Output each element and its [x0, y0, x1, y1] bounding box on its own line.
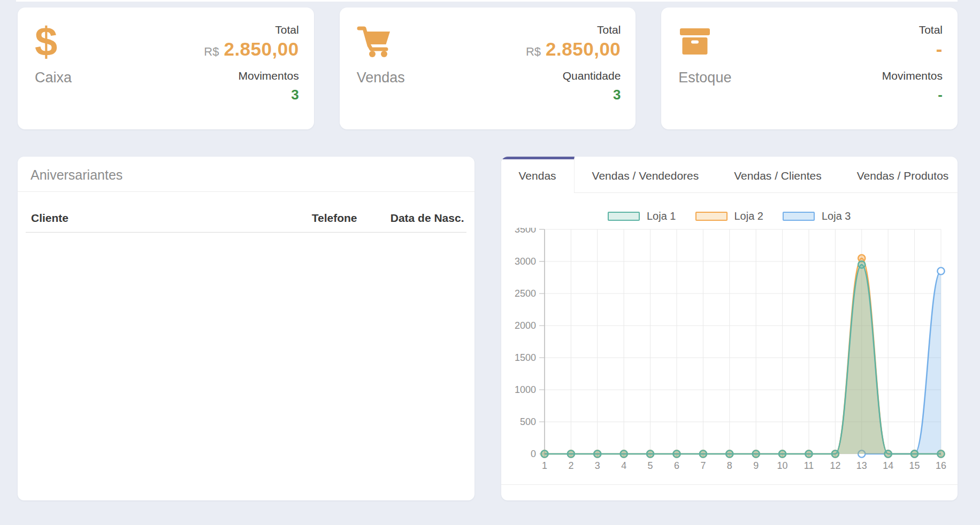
col-cliente: Cliente — [31, 212, 277, 225]
stat-movements-label: Movimentos — [238, 70, 298, 82]
svg-text:0: 0 — [530, 449, 535, 459]
svg-text:11: 11 — [803, 460, 814, 471]
sales-tabs: Vendas Vendas / Vendedores Vendas / Clie… — [501, 157, 958, 193]
stat-quantity-value: 3 — [613, 87, 621, 103]
svg-text:500: 500 — [519, 416, 535, 427]
dollar-icon: $ — [35, 20, 72, 63]
sales-panel-footer — [501, 484, 958, 500]
legend-swatch-loja3 — [783, 212, 815, 221]
stat-total-value: 2.850,00 — [224, 38, 298, 60]
stat-movements-label: Movimentos — [882, 70, 943, 82]
tab-vendas-vendedores[interactable]: Vendas / Vendedores — [575, 157, 717, 192]
svg-text:4: 4 — [621, 460, 626, 471]
estoque-card-stats: Total - Movimentos - — [882, 20, 943, 117]
caixa-card: $ Caixa Total R$ 2.850,00 Movimentos 3 — [18, 7, 314, 129]
currency-prefix: R$ — [204, 45, 219, 59]
svg-text:3500: 3500 — [514, 228, 535, 235]
svg-text:14: 14 — [883, 460, 893, 471]
estoque-card-left: Estoque — [676, 20, 731, 117]
main-row: Aniversariantes Cliente Telefone Data de… — [18, 157, 958, 500]
legend-label: Loja 1 — [647, 210, 676, 222]
card-title: Caixa — [35, 70, 72, 86]
svg-text:9: 9 — [753, 460, 759, 471]
svg-text:15: 15 — [909, 460, 920, 471]
svg-text:10: 10 — [777, 460, 787, 471]
tab-vendas-clientes[interactable]: Vendas / Clientes — [716, 157, 839, 192]
svg-text:6: 6 — [673, 460, 679, 471]
col-telefone: Telefone — [277, 212, 357, 225]
svg-text:2000: 2000 — [514, 320, 535, 331]
sales-panel: Vendas Vendas / Vendedores Vendas / Clie… — [501, 157, 958, 500]
stat-total-value: 2.850,00 — [546, 38, 621, 60]
tab-vendas-produtos[interactable]: Vendas / Produtos — [839, 157, 958, 192]
stat-total-label: Total — [597, 24, 621, 36]
stat-cards-row: $ Caixa Total R$ 2.850,00 Movimentos 3 — [18, 7, 958, 129]
legend-item-loja1[interactable]: Loja 1 — [608, 210, 676, 222]
legend-item-loja3[interactable]: Loja 3 — [783, 210, 851, 222]
svg-text:7: 7 — [700, 460, 706, 471]
svg-text:16: 16 — [935, 460, 946, 471]
vendas-card-left: Vendas — [355, 20, 405, 117]
svg-text:2500: 2500 — [514, 288, 535, 299]
cart-icon — [357, 20, 405, 63]
sales-chart: 0500100015002000250030003500123456789101… — [501, 228, 958, 479]
svg-text:12: 12 — [830, 460, 840, 471]
svg-text:3000: 3000 — [514, 256, 535, 267]
birthdays-table-body — [18, 233, 474, 500]
card-title: Vendas — [357, 70, 405, 86]
chart-legend: Loja 1 Loja 2 Loja 3 — [501, 210, 958, 222]
stat-movements-value: - — [938, 87, 943, 103]
stat-total-label: Total — [919, 24, 943, 36]
legend-label: Loja 2 — [734, 210, 764, 222]
stat-total-row: R$ 2.850,00 — [204, 38, 298, 62]
stat-total-label: Total — [275, 24, 298, 36]
stat-total-row: - — [936, 38, 943, 62]
svg-text:1000: 1000 — [514, 384, 535, 395]
stat-quantity-label: Quantidade — [563, 70, 621, 82]
dollar-glyph: $ — [35, 22, 57, 61]
birthdays-panel: Aniversariantes Cliente Telefone Data de… — [18, 157, 474, 500]
stat-total-value: - — [936, 38, 943, 60]
svg-text:13: 13 — [856, 460, 867, 471]
birthdays-table-header: Cliente Telefone Data de Nasc. — [26, 192, 466, 233]
svg-text:2: 2 — [568, 460, 573, 471]
stat-movements-value: 3 — [291, 87, 298, 103]
currency-prefix: R$ — [526, 45, 541, 59]
svg-text:3: 3 — [594, 460, 600, 471]
estoque-card: Estoque Total - Movimentos - — [661, 7, 958, 129]
caixa-card-stats: Total R$ 2.850,00 Movimentos 3 — [204, 20, 298, 117]
tab-vendas[interactable]: Vendas — [501, 157, 575, 193]
legend-item-loja2[interactable]: Loja 2 — [695, 210, 764, 222]
panel-title: Aniversariantes — [18, 157, 474, 192]
vendas-card: Vendas Total R$ 2.850,00 Quantidade 3 — [340, 7, 636, 129]
legend-swatch-loja2 — [695, 212, 728, 221]
card-title: Estoque — [678, 70, 731, 86]
svg-text:5: 5 — [647, 460, 653, 471]
vendas-card-stats: Total R$ 2.850,00 Quantidade 3 — [526, 20, 621, 117]
svg-text:8: 8 — [726, 460, 732, 471]
legend-swatch-loja1 — [608, 212, 640, 221]
svg-text:1: 1 — [541, 460, 547, 471]
top-divider — [16, 0, 958, 2]
stat-total-row: R$ 2.850,00 — [526, 38, 621, 62]
box-icon — [678, 20, 731, 63]
caixa-card-left: $ Caixa — [33, 20, 72, 117]
col-data-nasc: Data de Nasc. — [357, 212, 464, 225]
svg-text:1500: 1500 — [514, 352, 535, 363]
legend-label: Loja 3 — [822, 210, 851, 222]
